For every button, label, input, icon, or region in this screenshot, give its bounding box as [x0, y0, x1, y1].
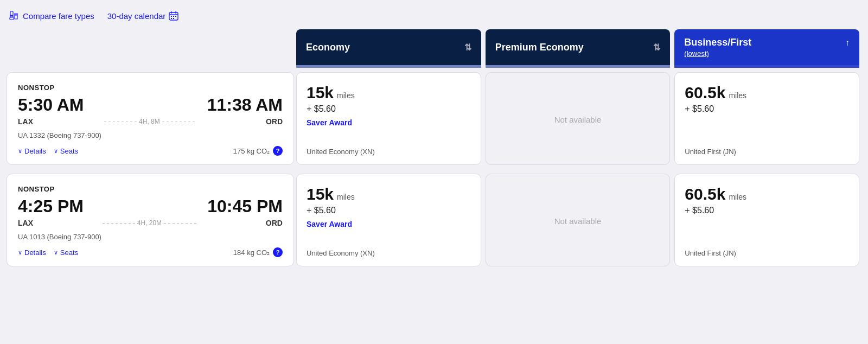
times-row-1: 5:30 AM 11:38 AM [18, 95, 283, 115]
premium-fare-1: Not available [486, 72, 671, 165]
details-row-2: ∨ Details ∨ Seats 184 kg CO₂ ? [18, 247, 283, 257]
economy-fee-1: + $5.60 [307, 104, 471, 114]
seats-label-2: Seats [60, 249, 78, 257]
economy-miles-row-1: 15k miles [307, 84, 471, 102]
col-header-economy: Economy ⇅ [296, 29, 481, 65]
business-miles-row-2: 60.5k miles [685, 185, 849, 203]
top-bar: Compare fare types 30-day calendar [7, 7, 861, 29]
seat-icon [9, 11, 20, 21]
lowest-label: (lowest) [684, 49, 709, 58]
depart-time-1: 5:30 AM [18, 95, 84, 115]
col-header-business: Business/First ↑ (lowest) [674, 29, 859, 65]
flight-card-1: NONSTOP 5:30 AM 11:38 AM LAX 4H, 8M ORD … [7, 72, 294, 165]
flight-card-2: NONSTOP 4:25 PM 10:45 PM LAX 4H, 20M ORD… [7, 174, 294, 266]
svg-rect-6 [173, 16, 174, 17]
co2-2: 184 kg CO₂ ? [233, 247, 283, 257]
details-label-1: Details [24, 147, 46, 155]
business-fee-2: + $5.60 [685, 206, 849, 215]
svg-rect-7 [175, 16, 176, 17]
airports-row-2: LAX 4H, 20M ORD [18, 219, 283, 227]
business-label: Business/First [684, 37, 751, 48]
col-header-premium: Premium Economy ⇅ [486, 29, 671, 65]
details-links-2: ∨ Details ∨ Seats [18, 249, 78, 257]
arrive-time-1: 11:38 AM [207, 95, 283, 115]
business-fare-type-1: United First (JN) [685, 139, 849, 156]
sub-bar-empty [7, 65, 294, 68]
business-fare-2[interactable]: 60.5k miles + $5.60 United First (JN) [674, 174, 859, 266]
premium-label: Premium Economy [495, 42, 584, 53]
economy-miles-1: 15k [307, 84, 334, 102]
col-empty-header [7, 29, 294, 65]
sub-bar-business [674, 65, 859, 68]
duration-1: 4H, 8M [104, 118, 195, 125]
business-fee-1: + $5.60 [685, 104, 849, 114]
details-link-2[interactable]: ∨ Details [18, 249, 46, 257]
co2-help-1[interactable]: ? [273, 146, 283, 156]
aircraft-1: UA 1332 (Boeing 737-900) [18, 131, 283, 139]
economy-miles-row-2: 15k miles [307, 185, 471, 203]
airports-row-1: LAX 4H, 8M ORD [18, 117, 283, 126]
economy-label: Economy [306, 42, 350, 53]
chevron-details-1: ∨ [18, 148, 22, 155]
economy-miles-label-2: miles [337, 193, 355, 201]
business-miles-2: 60.5k [685, 185, 725, 203]
details-link-1[interactable]: ∨ Details [18, 147, 46, 155]
economy-fee-2: + $5.60 [307, 206, 471, 215]
nonstop-badge-1: NONSTOP [18, 84, 283, 92]
destination-1: ORD [266, 117, 283, 126]
details-links-1: ∨ Details ∨ Seats [18, 147, 78, 155]
economy-fare-type-1: United Economy (XN) [307, 139, 471, 156]
svg-rect-9 [173, 18, 174, 19]
economy-miles-2: 15k [307, 185, 334, 203]
main-grid: Economy ⇅ Premium Economy ⇅ Business/Fir… [7, 29, 861, 271]
svg-rect-0 [10, 17, 14, 20]
economy-award-1[interactable]: Saver Award [307, 118, 471, 127]
economy-sort-icon[interactable]: ⇅ [464, 42, 471, 53]
premium-not-available-2: Not available [554, 216, 602, 226]
svg-rect-5 [171, 16, 172, 17]
co2-value-1: 175 kg CO₂ [233, 147, 270, 155]
duration-2: 4H, 20M [103, 219, 196, 227]
sub-bar-economy [296, 65, 481, 68]
seats-label-1: Seats [60, 147, 78, 155]
seats-link-1[interactable]: ∨ Seats [54, 147, 78, 155]
co2-value-2: 184 kg CO₂ [233, 249, 270, 257]
economy-fare-type-2: United Economy (XN) [307, 240, 471, 257]
calendar-label: 30-day calendar [107, 11, 166, 21]
calendar-icon [169, 11, 178, 21]
depart-time-2: 4:25 PM [18, 196, 84, 216]
seats-link-2[interactable]: ∨ Seats [54, 249, 78, 257]
origin-2: LAX [18, 219, 33, 227]
compare-fare-label: Compare fare types [23, 11, 94, 21]
aircraft-2: UA 1013 (Boeing 737-900) [18, 233, 283, 241]
co2-1: 175 kg CO₂ ? [233, 146, 283, 156]
chevron-details-2: ∨ [18, 249, 22, 256]
premium-sort-icon[interactable]: ⇅ [653, 42, 660, 53]
premium-not-available-1: Not available [554, 115, 602, 124]
chevron-seats-2: ∨ [54, 249, 58, 256]
economy-fare-2[interactable]: 15k miles + $5.60 Saver Award United Eco… [296, 174, 481, 266]
details-label-2: Details [24, 249, 46, 257]
business-fare-type-2: United First (JN) [685, 240, 849, 257]
co2-help-2[interactable]: ? [273, 247, 283, 257]
nonstop-badge-2: NONSTOP [18, 185, 283, 193]
details-row-1: ∨ Details ∨ Seats 175 kg CO₂ ? [18, 146, 283, 156]
origin-1: LAX [18, 117, 33, 126]
business-sort-icon[interactable]: ↑ [845, 38, 850, 48]
calendar-link[interactable]: 30-day calendar [107, 11, 179, 21]
economy-award-2[interactable]: Saver Award [307, 220, 471, 228]
times-row-2: 4:25 PM 10:45 PM [18, 196, 283, 216]
business-miles-label-2: miles [729, 193, 746, 201]
arrive-time-2: 10:45 PM [207, 196, 283, 216]
premium-fare-2: Not available [486, 174, 671, 266]
business-miles-label-1: miles [729, 91, 746, 100]
destination-2: ORD [266, 219, 283, 227]
sub-bar-premium [486, 65, 671, 68]
compare-fare-link[interactable]: Compare fare types [9, 11, 94, 21]
economy-miles-label-1: miles [337, 91, 355, 100]
chevron-seats-1: ∨ [54, 148, 58, 155]
economy-fare-1[interactable]: 15k miles + $5.60 Saver Award United Eco… [296, 72, 481, 165]
business-miles-row-1: 60.5k miles [685, 84, 849, 102]
business-fare-1[interactable]: 60.5k miles + $5.60 United First (JN) [674, 72, 859, 165]
svg-rect-8 [171, 18, 172, 19]
